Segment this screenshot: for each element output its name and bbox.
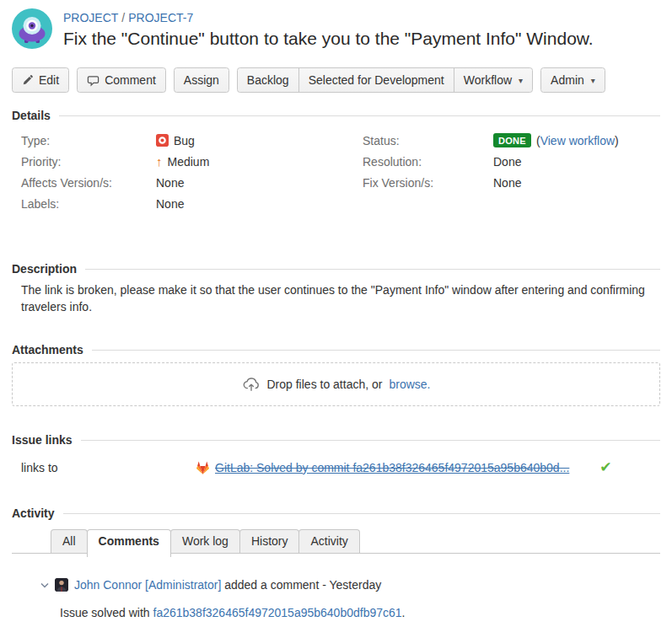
backlog-button[interactable]: Backlog: [237, 67, 299, 93]
workflow-dropdown-button[interactable]: Workflow ▾: [454, 67, 533, 93]
backlog-button-label: Backlog: [247, 73, 289, 87]
comment-header-text: John Connor [Administrator] added a comm…: [74, 578, 381, 592]
view-workflow-link[interactable]: View workflow: [540, 134, 615, 147]
issue-links-section-heading: Issue links: [12, 433, 660, 447]
section-rule: [85, 269, 660, 270]
status-label: Status:: [363, 134, 493, 147]
detail-row-fix-version: Fix Version/s: None: [363, 172, 660, 193]
user-avatar: [55, 578, 68, 592]
issue-header: PROJECT/PROJECT-7 Fix the "Continue" but…: [12, 8, 660, 49]
header-text: PROJECT/PROJECT-7 Fix the "Continue" but…: [63, 8, 594, 49]
selected-for-development-button[interactable]: Selected for Development: [298, 67, 454, 93]
edit-button[interactable]: Edit: [12, 67, 69, 93]
tab-activity[interactable]: Activity: [298, 529, 359, 553]
section-rule: [59, 115, 660, 116]
priority-label: Priority:: [21, 155, 156, 169]
page-title: Fix the "Continue" button to take you to…: [63, 29, 594, 49]
commit-hash-link[interactable]: fa261b38f326465f4972015a95b640b0dfb97c61: [153, 606, 402, 619]
activity-section-heading: Activity: [12, 506, 660, 520]
view-workflow-wrap: (View workflow): [536, 134, 619, 147]
paren-close: ): [615, 134, 619, 147]
assign-button[interactable]: Assign: [174, 67, 229, 93]
issue-link-item: GitLab: Solved by commit fa261b38f326465…: [196, 461, 569, 474]
comment-bubble-icon: [87, 74, 99, 87]
activity-tabs: All Comments Work log History Activity: [51, 529, 359, 553]
edit-button-label: Edit: [39, 73, 59, 87]
details-section-heading: Details: [12, 109, 660, 122]
breadcrumb: PROJECT/PROJECT-7: [63, 8, 594, 24]
attachments-heading: Attachments: [12, 343, 83, 356]
tab-history[interactable]: History: [239, 529, 300, 553]
affects-version-label: Affects Version/s:: [21, 176, 156, 190]
section-rule: [81, 440, 660, 441]
issue-page: PROJECT/PROJECT-7 Fix the "Continue" but…: [0, 0, 672, 619]
bug-type-icon: [156, 134, 169, 147]
resolution-value: Done: [493, 155, 521, 169]
gitlab-icon: [196, 461, 210, 474]
description-heading: Description: [12, 262, 77, 276]
status-value: DONE (View workflow): [493, 133, 619, 147]
fix-version-value: None: [493, 176, 521, 190]
toolbar: Edit Comment Assign Backlog Selected for…: [12, 67, 660, 93]
chevron-down-icon: ▾: [519, 76, 523, 85]
admin-button-label: Admin: [551, 73, 584, 87]
comment-body-suffix: .: [402, 606, 406, 619]
section-rule: [63, 513, 660, 514]
section-rule: [92, 350, 660, 351]
assign-button-label: Assign: [184, 73, 219, 87]
fix-version-label: Fix Version/s:: [363, 176, 493, 190]
detail-row-affects-version: Affects Version/s: None: [21, 172, 363, 193]
priority-value-text: Medium: [168, 155, 210, 169]
type-label: Type:: [21, 134, 156, 147]
admin-dropdown-button[interactable]: Admin ▾: [540, 67, 605, 93]
description-text: The link is broken, please make it so th…: [12, 281, 653, 315]
link-relation-label: links to: [21, 461, 196, 474]
comment-action-text: added a comment - Yesterday: [224, 578, 381, 592]
project-avatar: [12, 8, 52, 49]
breadcrumb-project-link[interactable]: PROJECT: [63, 11, 118, 24]
activity-heading: Activity: [12, 506, 55, 520]
detail-row-type: Type: Bug: [21, 130, 363, 151]
chevron-down-icon: ▾: [591, 76, 595, 85]
type-value-text: Bug: [174, 134, 195, 147]
resolution-label: Resolution:: [363, 155, 493, 169]
tab-work-log[interactable]: Work log: [170, 529, 240, 553]
selected-for-development-label: Selected for Development: [309, 73, 444, 87]
labels-value: None: [156, 197, 184, 211]
tab-all[interactable]: All: [51, 529, 88, 553]
upload-cloud-icon: [242, 375, 261, 394]
attachments-section-heading: Attachments: [12, 343, 660, 356]
detail-row-priority: Priority: ↑ Medium: [21, 151, 363, 172]
workflow-button-group: Backlog Selected for Development Workflo…: [237, 67, 533, 93]
dropzone-text: Drop files to attach, or: [267, 378, 383, 391]
details-left-column: Type: Bug Priority: ↑ Medium Affects Ver…: [21, 130, 363, 214]
type-value: Bug: [156, 134, 195, 147]
status-badge: DONE: [493, 133, 531, 147]
collapse-comment-chevron-icon[interactable]: [40, 582, 49, 588]
browse-link[interactable]: browse.: [389, 378, 430, 391]
details-heading: Details: [12, 109, 51, 122]
pencil-icon: [22, 74, 34, 86]
gitlab-commit-link[interactable]: GitLab: Solved by commit fa261b38f326465…: [215, 461, 569, 474]
details-right-column: Status: DONE (View workflow) Resolution:…: [363, 130, 660, 214]
comment-body: Issue solved with fa261b38f326465f497201…: [12, 606, 660, 619]
issue-links-heading: Issue links: [12, 433, 73, 447]
breadcrumb-issue-link[interactable]: PROJECT-7: [128, 11, 193, 24]
resolved-check-icon: ✔: [599, 458, 611, 476]
labels-label: Labels:: [21, 197, 156, 211]
workflow-button-label: Workflow: [464, 73, 512, 87]
detail-row-status: Status: DONE (View workflow): [363, 130, 660, 151]
comment-header: John Connor [Administrator] added a comm…: [12, 578, 660, 592]
comment-author-link[interactable]: John Connor [Administrator]: [74, 578, 221, 592]
attachments-dropzone[interactable]: Drop files to attach, or browse.: [12, 362, 660, 406]
details-grid: Type: Bug Priority: ↑ Medium Affects Ver…: [12, 130, 660, 214]
affects-version-value: None: [156, 176, 184, 190]
comment-body-prefix: Issue solved with: [60, 606, 153, 619]
priority-value: ↑ Medium: [156, 154, 209, 169]
comment-button[interactable]: Comment: [77, 67, 166, 93]
breadcrumb-separator: /: [118, 11, 128, 24]
comment-button-label: Comment: [105, 73, 156, 87]
tab-comments[interactable]: Comments: [87, 529, 171, 557]
issue-link-row: links to GitLab: Solved by commit fa261b…: [12, 458, 660, 476]
activity-tabs-bar: All Comments Work log History Activity: [12, 529, 660, 554]
